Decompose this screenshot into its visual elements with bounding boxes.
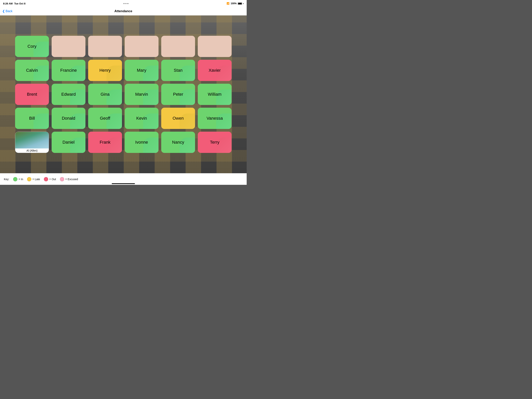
student-name-label: Owen — [173, 116, 184, 121]
student-name-label: Terry — [210, 140, 219, 145]
status-bar: 8:26 AM Tue Oct 8 📶 100% — [0, 0, 247, 7]
student-card-Xavier[interactable]: Xavier — [198, 60, 232, 81]
status-left: 8:26 AM Tue Oct 8 — [3, 2, 25, 5]
student-name-label: Edward — [61, 92, 76, 97]
student-card-Donald[interactable]: Donald — [52, 108, 85, 129]
student-name-label: Ivonne — [135, 140, 148, 145]
page-title: Attendance — [114, 9, 133, 13]
student-name-label: Mary — [137, 68, 146, 73]
legend-label-0: = In — [19, 178, 23, 181]
student-name-label: Cory — [27, 44, 36, 49]
student-card-Gina[interactable]: Gina — [88, 84, 122, 105]
legend-color-2 — [44, 177, 48, 181]
student-card-Peter[interactable]: Peter — [161, 84, 195, 105]
student-name-label: Nancy — [172, 140, 184, 145]
home-indicator — [112, 183, 135, 184]
grid-row-3: BillDonaldGeoffKevinOwenVanessa — [7, 108, 239, 129]
student-name-label: Donald — [62, 116, 75, 121]
legend-color-3 — [60, 177, 64, 181]
legend-label-1: = Late — [32, 178, 40, 181]
grid-row-4: Al (Allen)DanielFrankIvonneNancyTerry — [7, 132, 239, 153]
legend-label-3: = Excused — [65, 178, 78, 181]
student-card-Brent[interactable]: Brent — [15, 84, 49, 105]
legend-color-0 — [13, 177, 17, 181]
student-name-label: Kevin — [136, 116, 147, 121]
status-time: 8:26 AM — [3, 2, 13, 5]
legend-item-0: = In — [13, 177, 23, 181]
dot-1 — [124, 3, 125, 4]
student-card-Cory[interactable]: Cory — [15, 36, 49, 57]
grid-row-2: BrentEdwardGinaMarvinPeterWilliam — [7, 84, 239, 105]
card-name-overlay: Al (Allen) — [15, 148, 49, 153]
legend-key-label: Key: — [4, 178, 9, 181]
student-card-empty-0-3[interactable] — [125, 36, 158, 57]
student-card-Vanessa[interactable]: Vanessa — [198, 108, 232, 129]
legend-bar: Key: = In= Late= Out= Excused — [0, 173, 247, 185]
legend-item-2: = Out — [44, 177, 56, 181]
student-card-empty-0-5[interactable] — [198, 36, 232, 57]
status-dots — [124, 3, 128, 4]
wifi-icon: 📶 — [227, 2, 229, 5]
student-card-Calvin[interactable]: Calvin — [15, 60, 49, 81]
status-right: 📶 100% — [227, 2, 244, 5]
student-card-Ivonne[interactable]: Ivonne — [125, 132, 158, 153]
main-content: CoryCalvinFrancineHenryMaryStanXavierBre… — [0, 15, 247, 173]
student-card-Kevin[interactable]: Kevin — [125, 108, 158, 129]
student-name-label: William — [208, 92, 222, 97]
legend-items: = In= Late= Out= Excused — [13, 177, 78, 181]
student-name-label: Brent — [27, 92, 37, 97]
student-card-Stan[interactable]: Stan — [161, 60, 195, 81]
student-card-empty-0-2[interactable] — [88, 36, 122, 57]
status-date: Tue Oct 8 — [14, 2, 25, 5]
student-grid: CoryCalvinFrancineHenryMaryStanXavierBre… — [7, 36, 239, 153]
battery-fill — [238, 3, 242, 4]
student-name-label: Vanessa — [207, 116, 223, 121]
student-name-label: Frank — [100, 140, 110, 145]
student-card-Owen[interactable]: Owen — [161, 108, 195, 129]
back-chevron-icon: ❮ — [2, 9, 5, 13]
student-card-Marvin[interactable]: Marvin — [125, 84, 158, 105]
student-card-empty-0-4[interactable] — [161, 36, 195, 57]
student-card-Frank[interactable]: Frank — [88, 132, 122, 153]
battery-tip — [243, 3, 244, 4]
student-name-label: Geoff — [100, 116, 110, 121]
student-card-Bill[interactable]: Bill — [15, 108, 49, 129]
legend-label-2: = Out — [49, 178, 56, 181]
student-card-Daniel[interactable]: Daniel — [52, 132, 85, 153]
battery-percent: 100% — [231, 2, 237, 5]
card-decoration — [33, 114, 49, 129]
student-card-Edward[interactable]: Edward — [52, 84, 85, 105]
dot-3 — [127, 3, 128, 4]
grid-row-1: CalvinFrancineHenryMaryStanXavier — [7, 60, 239, 81]
student-card-empty-0-1[interactable] — [52, 36, 85, 57]
student-name-label: Henry — [99, 68, 111, 73]
student-name-label: Marvin — [135, 92, 148, 97]
student-name-label: Peter — [173, 92, 183, 97]
student-card-Terry[interactable]: Terry — [198, 132, 232, 153]
student-name-label: Francine — [60, 68, 77, 73]
student-name-label: Xavier — [209, 68, 221, 73]
legend-item-1: = Late — [27, 177, 40, 181]
student-name-label: Bill — [29, 116, 35, 121]
student-card-William[interactable]: William — [198, 84, 232, 105]
student-name-label: Daniel — [63, 140, 74, 145]
student-card-Mary[interactable]: Mary — [125, 60, 158, 81]
legend-item-3: = Excused — [60, 177, 78, 181]
legend-color-1 — [27, 177, 31, 181]
student-name-label: Gina — [101, 92, 109, 97]
student-card-Al (Allen)[interactable]: Al (Allen) — [15, 132, 49, 153]
grid-row-0: Cory — [7, 36, 239, 57]
dot-2 — [126, 3, 127, 4]
student-card-Geoff[interactable]: Geoff — [88, 108, 122, 129]
nav-bar: ❮ Back Attendance — [0, 7, 247, 15]
battery-icon — [238, 2, 242, 5]
back-label: Back — [6, 9, 13, 13]
back-button[interactable]: ❮ Back — [2, 9, 13, 13]
student-card-Nancy[interactable]: Nancy — [161, 132, 195, 153]
student-card-Henry[interactable]: Henry — [88, 60, 122, 81]
student-card-Francine[interactable]: Francine — [52, 60, 85, 81]
student-name-label: Calvin — [26, 68, 38, 73]
student-name-label: Stan — [174, 68, 183, 73]
